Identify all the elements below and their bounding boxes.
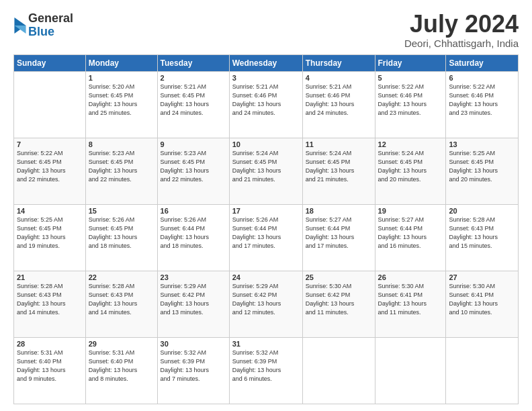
day-number: 23 bbox=[161, 273, 226, 281]
day-number: 2 bbox=[161, 74, 226, 82]
calendar-cell: 25Sunrise: 5:30 AMSunset: 6:42 PMDayligh… bbox=[302, 271, 375, 338]
day-number: 26 bbox=[378, 273, 443, 281]
day-number: 19 bbox=[378, 207, 443, 215]
day-info: Sunrise: 5:29 AMSunset: 6:42 PMDaylight:… bbox=[232, 282, 300, 317]
calendar-cell: 6Sunrise: 5:22 AMSunset: 6:46 PMDaylight… bbox=[446, 72, 519, 138]
calendar-cell: 20Sunrise: 5:28 AMSunset: 6:43 PMDayligh… bbox=[446, 205, 519, 271]
header-row: Sunday Monday Tuesday Wednesday Thursday… bbox=[14, 55, 519, 72]
day-info: Sunrise: 5:30 AMSunset: 6:41 PMDaylight:… bbox=[378, 282, 443, 317]
calendar-cell: 5Sunrise: 5:22 AMSunset: 6:46 PMDaylight… bbox=[375, 72, 446, 138]
calendar-week-2: 7Sunrise: 5:22 AMSunset: 6:45 PMDaylight… bbox=[14, 138, 519, 205]
day-info: Sunrise: 5:26 AMSunset: 6:44 PMDaylight:… bbox=[161, 216, 226, 250]
day-info: Sunrise: 5:25 AMSunset: 6:45 PMDaylight:… bbox=[449, 149, 515, 184]
logo-text: General Blue bbox=[28, 12, 73, 39]
logo-general: General bbox=[28, 12, 73, 26]
day-info: Sunrise: 5:31 AMSunset: 6:40 PMDaylight:… bbox=[89, 349, 154, 383]
day-info: Sunrise: 5:21 AMSunset: 6:45 PMDaylight:… bbox=[161, 83, 226, 118]
day-number: 3 bbox=[232, 74, 300, 82]
day-info: Sunrise: 5:24 AMSunset: 6:45 PMDaylight:… bbox=[306, 149, 372, 184]
day-info: Sunrise: 5:32 AMSunset: 6:39 PMDaylight:… bbox=[161, 349, 226, 383]
day-number: 5 bbox=[378, 74, 443, 82]
day-number: 22 bbox=[89, 273, 154, 281]
day-number: 11 bbox=[306, 140, 372, 148]
day-info: Sunrise: 5:30 AMSunset: 6:41 PMDaylight:… bbox=[449, 282, 515, 317]
title-block: July 2024 Deori, Chhattisgarh, India bbox=[404, 12, 519, 49]
col-wednesday: Wednesday bbox=[229, 55, 302, 72]
calendar-cell: 8Sunrise: 5:23 AMSunset: 6:45 PMDaylight… bbox=[85, 138, 157, 205]
calendar-cell bbox=[375, 338, 446, 404]
day-number: 10 bbox=[232, 140, 300, 148]
day-number: 25 bbox=[306, 273, 372, 281]
calendar-cell: 4Sunrise: 5:21 AMSunset: 6:46 PMDaylight… bbox=[302, 72, 375, 138]
calendar-cell: 16Sunrise: 5:26 AMSunset: 6:44 PMDayligh… bbox=[157, 205, 229, 271]
day-info: Sunrise: 5:23 AMSunset: 6:45 PMDaylight:… bbox=[161, 149, 226, 184]
calendar-cell: 2Sunrise: 5:21 AMSunset: 6:45 PMDaylight… bbox=[157, 72, 229, 138]
calendar-cell: 13Sunrise: 5:25 AMSunset: 6:45 PMDayligh… bbox=[446, 138, 519, 205]
day-number: 29 bbox=[89, 340, 154, 348]
day-number: 17 bbox=[232, 207, 300, 215]
calendar-week-5: 28Sunrise: 5:31 AMSunset: 6:40 PMDayligh… bbox=[14, 338, 519, 404]
calendar-cell bbox=[446, 338, 519, 404]
day-number: 21 bbox=[17, 273, 83, 281]
day-info: Sunrise: 5:22 AMSunset: 6:46 PMDaylight:… bbox=[378, 83, 443, 118]
calendar-table: Sunday Monday Tuesday Wednesday Thursday… bbox=[13, 54, 519, 404]
calendar-cell: 15Sunrise: 5:26 AMSunset: 6:45 PMDayligh… bbox=[85, 205, 157, 271]
logo-icon bbox=[13, 17, 27, 34]
day-info: Sunrise: 5:29 AMSunset: 6:42 PMDaylight:… bbox=[161, 282, 226, 317]
calendar-cell: 11Sunrise: 5:24 AMSunset: 6:45 PMDayligh… bbox=[302, 138, 375, 205]
calendar-cell: 9Sunrise: 5:23 AMSunset: 6:45 PMDaylight… bbox=[157, 138, 229, 205]
day-info: Sunrise: 5:32 AMSunset: 6:39 PMDaylight:… bbox=[232, 349, 300, 383]
col-sunday: Sunday bbox=[14, 55, 86, 72]
header: General Blue July 2024 Deori, Chhattisga… bbox=[13, 12, 519, 49]
calendar-cell: 12Sunrise: 5:24 AMSunset: 6:45 PMDayligh… bbox=[375, 138, 446, 205]
day-number: 18 bbox=[306, 207, 372, 215]
calendar-cell: 22Sunrise: 5:28 AMSunset: 6:43 PMDayligh… bbox=[85, 271, 157, 338]
location: Deori, Chhattisgarh, India bbox=[404, 38, 519, 49]
calendar-cell bbox=[302, 338, 375, 404]
calendar-cell: 7Sunrise: 5:22 AMSunset: 6:45 PMDaylight… bbox=[14, 138, 86, 205]
day-info: Sunrise: 5:21 AMSunset: 6:46 PMDaylight:… bbox=[306, 83, 372, 118]
day-number: 6 bbox=[449, 74, 515, 82]
day-info: Sunrise: 5:27 AMSunset: 6:44 PMDaylight:… bbox=[378, 216, 443, 250]
calendar-cell: 14Sunrise: 5:25 AMSunset: 6:45 PMDayligh… bbox=[14, 205, 86, 271]
day-info: Sunrise: 5:28 AMSunset: 6:43 PMDaylight:… bbox=[449, 216, 515, 250]
calendar-cell: 3Sunrise: 5:21 AMSunset: 6:46 PMDaylight… bbox=[229, 72, 302, 138]
calendar-cell: 18Sunrise: 5:27 AMSunset: 6:44 PMDayligh… bbox=[302, 205, 375, 271]
day-info: Sunrise: 5:20 AMSunset: 6:45 PMDaylight:… bbox=[89, 83, 154, 118]
col-monday: Monday bbox=[85, 55, 157, 72]
calendar-week-1: 1Sunrise: 5:20 AMSunset: 6:45 PMDaylight… bbox=[14, 72, 519, 138]
calendar-cell: 31Sunrise: 5:32 AMSunset: 6:39 PMDayligh… bbox=[229, 338, 302, 404]
calendar-cell: 17Sunrise: 5:26 AMSunset: 6:44 PMDayligh… bbox=[229, 205, 302, 271]
day-number: 12 bbox=[378, 140, 443, 148]
day-info: Sunrise: 5:28 AMSunset: 6:43 PMDaylight:… bbox=[17, 282, 83, 317]
day-number: 15 bbox=[89, 207, 154, 215]
day-info: Sunrise: 5:31 AMSunset: 6:40 PMDaylight:… bbox=[17, 349, 83, 383]
day-info: Sunrise: 5:28 AMSunset: 6:43 PMDaylight:… bbox=[89, 282, 154, 317]
day-info: Sunrise: 5:22 AMSunset: 6:46 PMDaylight:… bbox=[449, 83, 515, 118]
calendar-cell: 21Sunrise: 5:28 AMSunset: 6:43 PMDayligh… bbox=[14, 271, 86, 338]
day-number: 7 bbox=[17, 140, 83, 148]
day-info: Sunrise: 5:24 AMSunset: 6:45 PMDaylight:… bbox=[232, 149, 300, 184]
day-number: 24 bbox=[232, 273, 300, 281]
day-number: 13 bbox=[449, 140, 515, 148]
day-info: Sunrise: 5:30 AMSunset: 6:42 PMDaylight:… bbox=[306, 282, 372, 317]
day-info: Sunrise: 5:23 AMSunset: 6:45 PMDaylight:… bbox=[89, 149, 154, 184]
calendar-week-4: 21Sunrise: 5:28 AMSunset: 6:43 PMDayligh… bbox=[14, 271, 519, 338]
col-tuesday: Tuesday bbox=[157, 55, 229, 72]
day-number: 31 bbox=[232, 340, 300, 348]
calendar-cell: 26Sunrise: 5:30 AMSunset: 6:41 PMDayligh… bbox=[375, 271, 446, 338]
calendar-cell: 27Sunrise: 5:30 AMSunset: 6:41 PMDayligh… bbox=[446, 271, 519, 338]
day-number: 1 bbox=[89, 74, 154, 82]
day-number: 9 bbox=[161, 140, 226, 148]
calendar-cell: 10Sunrise: 5:24 AMSunset: 6:45 PMDayligh… bbox=[229, 138, 302, 205]
col-saturday: Saturday bbox=[446, 55, 519, 72]
day-info: Sunrise: 5:22 AMSunset: 6:45 PMDaylight:… bbox=[17, 149, 83, 184]
day-number: 8 bbox=[89, 140, 154, 148]
calendar-cell: 1Sunrise: 5:20 AMSunset: 6:45 PMDaylight… bbox=[85, 72, 157, 138]
logo: General Blue bbox=[13, 12, 73, 39]
day-info: Sunrise: 5:25 AMSunset: 6:45 PMDaylight:… bbox=[17, 216, 83, 250]
day-number: 20 bbox=[449, 207, 515, 215]
day-number: 16 bbox=[161, 207, 226, 215]
logo-blue: Blue bbox=[28, 26, 73, 39]
calendar-cell: 28Sunrise: 5:31 AMSunset: 6:40 PMDayligh… bbox=[14, 338, 86, 404]
